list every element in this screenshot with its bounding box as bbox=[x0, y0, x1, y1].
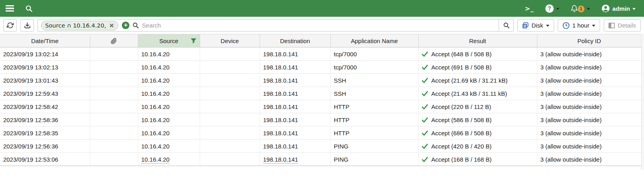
log-location-dropdown[interactable]: Disk bbox=[517, 19, 554, 32]
cell-datetime: 2023/09/19 13:02:13 bbox=[0, 61, 90, 74]
table-row[interactable]: 2023/09/19 12:56:36 10.16.4.20 198.18.0.… bbox=[0, 140, 641, 153]
cell-policy: 3 (allow outside-inside) bbox=[537, 127, 641, 140]
cell-policy: 3 (allow outside-inside) bbox=[537, 87, 641, 100]
column-header-application[interactable]: Application Name bbox=[330, 34, 418, 47]
column-header-policy[interactable]: Policy ID bbox=[537, 34, 641, 47]
log-table-body: 2023/09/19 13:02:14 10.16.4.20 198.18.0.… bbox=[0, 47, 641, 166]
accept-check-icon bbox=[422, 51, 428, 57]
cell-device bbox=[200, 113, 260, 127]
cell-attachment bbox=[90, 113, 138, 127]
close-icon[interactable]: × bbox=[109, 22, 114, 29]
disk-icon bbox=[522, 22, 529, 29]
filter-chip-label: Source ∩ 10.16.4.20, bbox=[45, 22, 106, 29]
notifications-menu[interactable]: 1 bbox=[568, 5, 593, 12]
cell-result: Accept (686 B / 508 B) bbox=[418, 127, 537, 140]
vertical-scrollbar[interactable] bbox=[641, 34, 644, 170]
cell-application: HTTP bbox=[330, 113, 418, 127]
cell-result: Accept (21.69 kB / 31.21 kB) bbox=[418, 74, 537, 87]
table-row[interactable]: 2023/09/19 12:58:36 10.16.4.20 198.18.0.… bbox=[0, 113, 641, 127]
cell-device bbox=[200, 74, 260, 87]
accept-check-icon bbox=[422, 156, 428, 162]
cell-destination[interactable]: 198.18.0.141 bbox=[260, 74, 330, 87]
log-location-label: Disk bbox=[531, 22, 543, 29]
cell-destination[interactable]: 198.18.0.141 bbox=[260, 140, 330, 153]
cell-source[interactable]: 10.16.4.20 bbox=[138, 140, 200, 153]
paperclip-icon bbox=[111, 38, 117, 44]
cell-attachment bbox=[90, 127, 138, 140]
chevron-down-icon bbox=[556, 8, 559, 10]
cell-source[interactable]: 10.16.4.20 bbox=[138, 47, 200, 61]
table-row[interactable]: 2023/09/19 13:02:13 10.16.4.20 198.18.0.… bbox=[0, 61, 641, 74]
accept-check-icon bbox=[422, 143, 428, 149]
terminal-icon: >_ bbox=[525, 5, 534, 12]
cell-datetime: 2023/09/19 13:02:14 bbox=[0, 47, 90, 61]
refresh-button[interactable] bbox=[3, 19, 17, 32]
filter-icon[interactable] bbox=[191, 38, 197, 45]
cell-destination[interactable]: 198.18.0.141 bbox=[260, 113, 330, 127]
help-menu[interactable]: ? bbox=[543, 4, 562, 13]
cell-datetime: 2023/09/19 12:59:43 bbox=[0, 87, 90, 100]
cell-datetime: 2023/09/19 12:56:36 bbox=[0, 140, 90, 153]
table-row[interactable]: 2023/09/19 12:53:06 10.16.4.20 198.18.0.… bbox=[0, 153, 641, 166]
user-menu[interactable]: admin bbox=[598, 4, 638, 13]
cell-source[interactable]: 10.16.4.20 bbox=[138, 113, 200, 127]
cell-application: HTTP bbox=[330, 127, 418, 140]
cell-destination[interactable]: 198.18.0.141 bbox=[260, 61, 330, 74]
cell-policy: 3 (allow outside-inside) bbox=[537, 153, 641, 166]
cell-destination[interactable]: 198.18.0.141 bbox=[260, 100, 330, 113]
search-input[interactable] bbox=[142, 22, 499, 29]
table-row[interactable]: 2023/09/19 13:01:43 10.16.4.20 198.18.0.… bbox=[0, 74, 641, 87]
avatar bbox=[601, 4, 610, 13]
accept-check-icon bbox=[422, 77, 428, 83]
cell-source[interactable]: 10.16.4.20 bbox=[138, 127, 200, 140]
cell-application: PING bbox=[330, 140, 418, 153]
cell-device bbox=[200, 127, 260, 140]
column-header-result[interactable]: Result bbox=[418, 34, 537, 47]
table-header-row: Date/Time Source Device Destination Appl… bbox=[0, 34, 641, 47]
search-submit-button[interactable] bbox=[499, 20, 513, 31]
cell-source[interactable]: 10.16.4.20 bbox=[138, 74, 200, 87]
cell-source[interactable]: 10.16.4.20 bbox=[138, 100, 200, 113]
menu-icon[interactable] bbox=[6, 5, 14, 12]
cell-attachment bbox=[90, 87, 138, 100]
cell-source[interactable]: 10.16.4.20 bbox=[138, 153, 200, 166]
global-search-icon[interactable] bbox=[25, 5, 33, 12]
cell-result: Accept (586 B / 508 B) bbox=[418, 113, 537, 127]
search-filter-bar[interactable]: Source ∩ 10.16.4.20, × + bbox=[38, 19, 514, 32]
cell-source[interactable]: 10.16.4.20 bbox=[138, 61, 200, 74]
time-range-dropdown[interactable]: 1 hour bbox=[558, 19, 600, 32]
details-toggle-button[interactable]: Details bbox=[604, 19, 641, 32]
table-row[interactable]: 2023/09/19 12:58:42 10.16.4.20 198.18.0.… bbox=[0, 100, 641, 113]
refresh-icon bbox=[7, 22, 14, 29]
column-header-device[interactable]: Device bbox=[200, 34, 260, 47]
add-filter-button[interactable]: + bbox=[122, 22, 129, 29]
cell-source[interactable]: 10.16.4.20 bbox=[138, 87, 200, 100]
cell-datetime: 2023/09/19 12:58:42 bbox=[0, 100, 90, 113]
cell-application: PING bbox=[330, 153, 418, 166]
accept-check-icon bbox=[422, 130, 428, 136]
help-icon: ? bbox=[545, 4, 554, 13]
cell-destination[interactable]: 198.18.0.141 bbox=[260, 127, 330, 140]
filter-chip[interactable]: Source ∩ 10.16.4.20, × bbox=[41, 21, 118, 30]
cell-application: tcp/7000 bbox=[330, 47, 418, 61]
cell-device bbox=[200, 87, 260, 100]
cell-destination[interactable]: 198.18.0.141 bbox=[260, 87, 330, 100]
column-header-destination[interactable]: Destination bbox=[260, 34, 330, 47]
column-header-source[interactable]: Source bbox=[138, 34, 200, 47]
table-row[interactable]: 2023/09/19 12:59:43 10.16.4.20 198.18.0.… bbox=[0, 87, 641, 100]
cell-destination[interactable]: 198.18.0.141 bbox=[260, 47, 330, 61]
column-header-attachment[interactable] bbox=[90, 34, 138, 47]
cell-result: Accept (168 B / 168 B) bbox=[418, 153, 537, 166]
table-row[interactable]: 2023/09/19 12:58:35 10.16.4.20 198.18.0.… bbox=[0, 127, 641, 140]
cell-device bbox=[200, 140, 260, 153]
table-row[interactable]: 2023/09/19 13:02:14 10.16.4.20 198.18.0.… bbox=[0, 47, 641, 61]
accept-check-icon bbox=[422, 104, 428, 110]
download-button[interactable] bbox=[20, 19, 34, 32]
chevron-down-icon bbox=[632, 8, 636, 10]
cell-destination[interactable]: 198.18.0.141 bbox=[260, 153, 330, 166]
cell-result: Accept (648 B / 508 B) bbox=[418, 47, 537, 61]
column-header-datetime[interactable]: Date/Time bbox=[0, 34, 90, 47]
top-navigation-bar: >_ ? 1 admin bbox=[0, 0, 644, 17]
cli-console-button[interactable]: >_ bbox=[522, 5, 537, 12]
search-icon bbox=[503, 22, 510, 29]
